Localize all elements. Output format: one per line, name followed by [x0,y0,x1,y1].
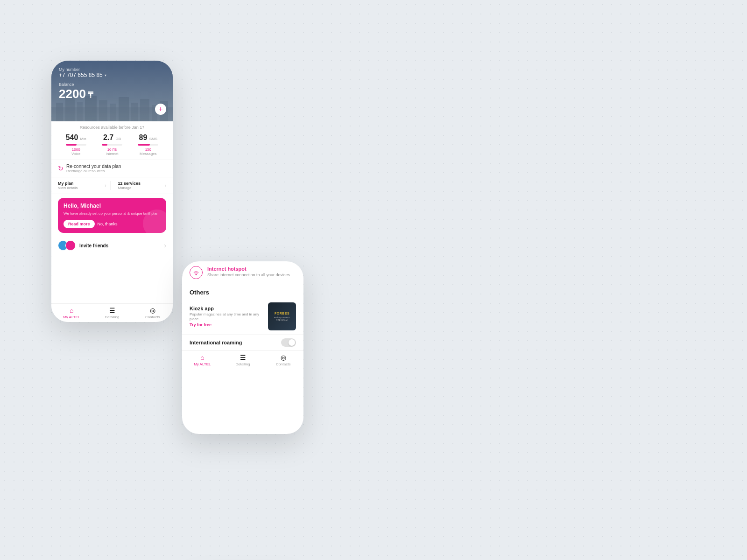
invite-row[interactable]: Invite friends › [51,237,173,254]
balance-label: Balance [59,82,165,87]
hotspot-title: Internet hotspot [207,266,290,272]
detailing-icon: ☰ [109,307,115,314]
kiozk-item[interactable]: Kiozk app Popular magazines at any time … [182,299,303,335]
nav2-contacts-label: Contacts [276,362,291,366]
phone-chevron-icon[interactable]: ▾ [105,73,106,77]
reconnect-row[interactable]: ↻ Re-connect your data plan Recharge all… [51,160,173,177]
reconnect-title: Re-connect your data plan [66,164,121,169]
nav-my-altel-label: My ALTEL [63,315,80,319]
reconnect-info: Re-connect your data plan Recharge all r… [66,164,121,173]
svg-rect-2 [65,98,75,121]
invite-avatar-2 [65,240,76,251]
my-plan-chevron-icon: › [105,183,106,188]
sms-limit: 150 [138,147,158,152]
svg-rect-7 [119,97,129,121]
roaming-toggle[interactable] [281,338,296,347]
nav-my-altel[interactable]: ⌂ My ALTEL [51,307,92,319]
voice-limit: 1000 [66,147,86,152]
hotspot-sub: Share internet connection to all your de… [207,273,290,278]
kiozk-sub: Popular magazines at any time and in any… [190,312,263,322]
my-plan-item[interactable]: My plan View details › [58,181,106,190]
resources-section: Resources available before Jan 17 540 Mi… [51,121,173,160]
my-plan-text: My plan View details [58,181,78,190]
nav-detailing-label: Detailing [105,315,119,319]
services-text: 12 services Manage [118,181,141,190]
invite-label: Invite friends [79,243,160,248]
services-sub: Manage [118,186,141,190]
phone-number-row: +7 707 655 85 85 ▾ [59,72,165,78]
sms-resource: 89 SMS 150 Messages [138,133,158,156]
internet-limit: 10 ГБ [102,147,122,152]
services-item[interactable]: 12 services Manage › [114,181,167,190]
home2-icon: ⌂ [200,354,204,361]
voice-value: 540 Min [66,133,86,142]
no-thanks-button[interactable]: No, thanks [98,220,118,228]
read-more-button[interactable]: Read more [63,220,95,228]
svg-point-12 [196,274,197,275]
my-number-label: My number [59,67,165,72]
voice-bar [66,144,86,146]
reconnect-sub: Recharge all resources [66,169,121,173]
toggle-knob [289,339,295,346]
nav-contacts-label: Contacts [145,315,160,319]
resources-label: Resources available before Jan 17 [58,125,166,130]
voice-resource: 540 Min 1000 Voice [66,133,86,156]
svg-rect-6 [110,104,116,121]
kiozk-title: Kiozk app [190,306,263,311]
sms-bar [138,144,158,146]
svg-rect-8 [131,103,138,121]
sms-type: Messages [138,152,158,156]
svg-rect-3 [77,102,83,121]
nav2-my-altel-label: My ALTEL [194,362,211,366]
hello-sub: We have already set up your personal & u… [63,211,161,216]
hotspot-text: Internet hotspot Share internet connecti… [207,266,290,278]
services-screen: Internet hotspot Share internet connecti… [182,261,303,434]
kiozk-info: Kiozk app Popular magazines at any time … [190,306,263,328]
svg-rect-4 [85,96,97,121]
roaming-label: International roaming [190,340,276,345]
contacts-icon: ◎ [150,307,155,314]
kiozk-image: Forbes entrepreneur STE GO at! [268,302,296,330]
internet-type: Internet [102,152,122,156]
sms-value: 89 SMS [138,133,158,142]
services-bottom-nav: ⌂ My ALTEL ☰ Detailing ◎ Contacts [182,350,303,369]
hotspot-item[interactable]: Internet hotspot Share internet connecti… [182,261,303,284]
nav2-detailing[interactable]: ☰ Detailing [223,354,263,366]
nav2-detailing-label: Detailing [235,362,250,366]
nav-contacts[interactable]: ◎ Contacts [132,307,173,319]
home-icon: ⌂ [70,307,73,314]
svg-rect-1 [56,103,63,121]
invite-chevron-icon: › [164,242,166,249]
services-chevron-icon: › [165,183,166,188]
internet-resource: 2.7 GB 10 ГБ Internet [102,133,122,156]
hello-actions: Read more No, thanks [63,220,161,228]
detailing2-icon: ☰ [240,354,246,361]
reconnect-icon: ↻ [58,165,63,172]
dashboard-header: My number +7 707 655 85 85 ▾ Balance 220… [51,61,173,121]
contacts2-icon: ◎ [281,354,286,361]
add-funds-button[interactable]: + [155,104,166,115]
phone-number: +7 707 655 85 85 [59,72,103,78]
my-plan-label: My plan [58,181,78,186]
plan-row: My plan View details › 12 services Manag… [51,177,173,194]
others-header: Others [182,284,303,299]
services-label: 12 services [118,181,141,186]
nav2-my-altel[interactable]: ⌂ My ALTEL [182,354,223,366]
hotspot-icon [190,266,203,279]
resources-row: 540 Min 1000 Voice 2.7 GB 10 ГБ [58,133,166,156]
nav-detailing[interactable]: ☰ Detailing [92,307,133,319]
bottom-nav: ⌂ My ALTEL ☰ Detailing ◎ Contacts [51,303,173,322]
internet-value: 2.7 GB [102,133,122,142]
plan-divider [110,181,111,190]
hello-title: Hello, Michael [63,203,161,209]
dashboard-screen: My number +7 707 655 85 85 ▾ Balance 220… [51,61,173,322]
kiozk-cta[interactable]: Try for free [190,322,263,327]
roaming-item[interactable]: International roaming [182,335,303,350]
svg-rect-5 [99,100,107,121]
nav2-contacts[interactable]: ◎ Contacts [263,354,303,366]
svg-rect-9 [140,99,149,121]
internet-bar [102,144,122,146]
voice-type: Voice [66,152,86,156]
my-plan-sub: View details [58,186,78,190]
hello-banner: Hello, Michael We have already set up yo… [58,198,166,233]
